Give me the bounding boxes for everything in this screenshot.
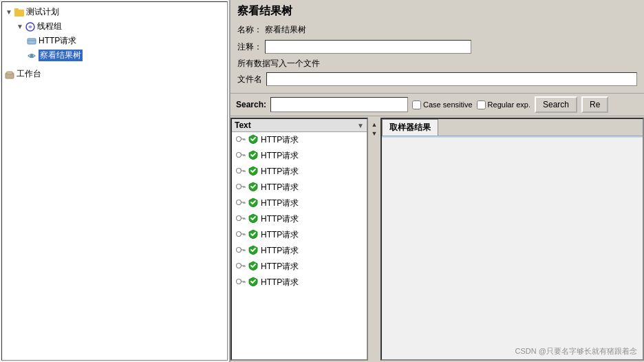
tree-label-http-request: HTTP请求: [39, 35, 76, 47]
svg-point-8: [237, 137, 242, 142]
reset-button[interactable]: Re: [581, 96, 608, 113]
key-icon: [236, 167, 246, 177]
folder-icon: [14, 8, 24, 17]
key-icon: [236, 277, 246, 288]
expand-icon-test-plan[interactable]: ▼: [5, 8, 13, 17]
tree-label-test-plan: 测试计划: [26, 6, 59, 18]
svg-point-32: [237, 232, 242, 237]
search-bar: Search: Case sensitive Regular exp. Sear…: [230, 93, 644, 116]
shield-icon: [248, 134, 258, 146]
result-body: [382, 136, 643, 359]
shield-icon: [248, 150, 258, 162]
svg-rect-3: [28, 39, 36, 44]
list-item[interactable]: HTTP请求: [232, 259, 367, 275]
list-item[interactable]: HTTP请求: [232, 132, 367, 148]
search-input[interactable]: [270, 97, 408, 112]
svg-rect-1: [14, 8, 19, 11]
right-header: 察看结果树 名称： 察看结果树 注释： 所有数据写入一个文件 文件名: [230, 0, 644, 93]
file-row: 文件名: [237, 72, 637, 86]
list-item-label: HTTP请求: [261, 245, 299, 257]
regular-exp-checkbox[interactable]: [477, 100, 486, 109]
workbench-label: 工作台: [17, 68, 41, 80]
panel-title: 察看结果树: [237, 4, 637, 19]
tree-item-http-request[interactable]: HTTP请求: [5, 34, 224, 48]
svg-rect-7: [7, 72, 12, 74]
list-item[interactable]: HTTP请求: [232, 275, 367, 290]
search-button[interactable]: Search: [535, 96, 577, 113]
search-label: Search:: [236, 100, 266, 109]
list-item-label: HTTP请求: [261, 198, 299, 209]
key-icon: [236, 151, 246, 161]
watermark: CSDN @只要名字够长就有猪跟着念: [515, 346, 637, 356]
list-body: HTTP请求 HTTP请求 HTTP请求 HTTP请求 HTTP请求: [232, 132, 367, 359]
file-input[interactable]: [266, 72, 637, 86]
shield-icon: [248, 166, 258, 178]
tree-item-test-plan[interactable]: ▼ 测试计划: [5, 5, 224, 19]
key-icon: [236, 214, 246, 224]
thread-icon: [25, 22, 35, 32]
tab-sampler-result[interactable]: 取样器结果: [382, 119, 438, 136]
list-item[interactable]: HTTP请求: [232, 195, 367, 211]
right-panel: 察看结果树 名称： 察看结果树 注释： 所有数据写入一个文件 文件名 Searc…: [230, 0, 644, 362]
svg-point-20: [237, 184, 242, 189]
key-icon: [236, 198, 246, 209]
shield-icon: [248, 261, 258, 273]
regular-exp-label[interactable]: Regular exp.: [477, 100, 530, 109]
http-icon: [27, 36, 36, 46]
svg-point-12: [237, 153, 242, 158]
shield-icon: [248, 198, 258, 209]
svg-point-24: [237, 200, 242, 205]
workbench-item[interactable]: 工作台: [5, 65, 224, 83]
list-item[interactable]: HTTP请求: [232, 164, 367, 180]
list-item[interactable]: HTTP请求: [232, 227, 367, 243]
list-panel: Text ▼ HTTP请求 HTTP请求 HTTP请求: [230, 118, 368, 361]
list-item-label: HTTP请求: [261, 277, 299, 288]
tree-item-result-tree[interactable]: 察看结果树: [5, 48, 224, 63]
list-header-label: Text: [235, 120, 357, 130]
list-item[interactable]: HTTP请求: [232, 243, 367, 259]
svg-point-40: [237, 264, 242, 268]
list-item-label: HTTP请求: [261, 182, 299, 193]
expand-icon-thread-group[interactable]: ▼: [16, 23, 24, 31]
tree-label-thread-group: 线程组: [37, 21, 62, 32]
result-panel: 取样器结果: [380, 118, 644, 361]
key-icon: [236, 135, 246, 145]
comment-label: 注释：: [237, 41, 265, 53]
left-panel: ▼ 测试计划 ▼ 线程组: [0, 0, 230, 362]
svg-point-28: [237, 216, 242, 221]
list-header: Text ▼: [232, 119, 367, 132]
list-item[interactable]: HTTP请求: [232, 180, 367, 195]
tree-area: ▼ 测试计划 ▼ 线程组: [1, 1, 228, 361]
key-icon: [236, 246, 246, 256]
case-sensitive-label[interactable]: Case sensitive: [412, 100, 473, 109]
comment-input[interactable]: [265, 40, 471, 54]
shield-icon: [248, 213, 258, 225]
scroll-down-btn[interactable]: ▼: [372, 129, 378, 138]
name-value: 察看结果树: [265, 24, 306, 36]
svg-point-16: [237, 169, 242, 173]
panel-divider: ▲ ▼: [369, 118, 379, 361]
tree-item-thread-group[interactable]: ▼ 线程组: [5, 19, 224, 34]
shield-icon: [248, 229, 258, 241]
svg-point-36: [237, 248, 242, 253]
case-sensitive-checkbox[interactable]: [412, 100, 421, 109]
list-item[interactable]: HTTP请求: [232, 148, 367, 164]
list-header-arrow[interactable]: ▼: [357, 122, 364, 129]
list-item-label: HTTP请求: [261, 261, 299, 273]
tree-label-result-tree: 察看结果树: [39, 50, 83, 61]
list-item[interactable]: HTTP请求: [232, 211, 367, 227]
list-item-label: HTTP请求: [261, 213, 299, 225]
name-row: 名称： 察看结果树: [237, 24, 637, 36]
content-area: Text ▼ HTTP请求 HTTP请求 HTTP请求: [230, 116, 644, 362]
workbench-icon: [5, 70, 14, 79]
list-item-label: HTTP请求: [261, 150, 299, 162]
comment-row: 注释：: [237, 40, 637, 54]
name-label: 名称：: [237, 24, 265, 36]
scroll-up-btn[interactable]: ▲: [372, 120, 378, 129]
svg-point-5: [30, 54, 34, 57]
eye-icon: [27, 51, 36, 61]
shield-icon: [248, 277, 258, 288]
list-item-label: HTTP请求: [261, 166, 299, 178]
result-tabs: 取样器结果: [382, 119, 643, 136]
file-label: 文件名: [237, 74, 262, 85]
